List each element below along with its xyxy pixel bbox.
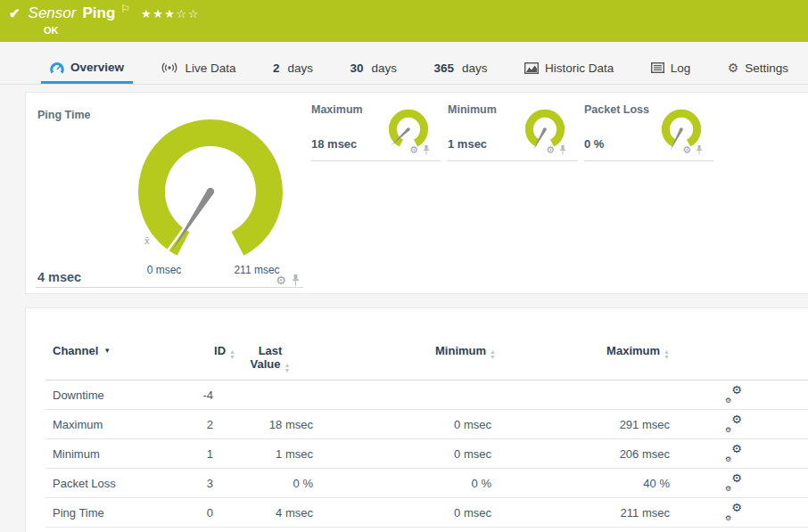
channel-name: Packet Loss [45,477,177,490]
tab-label: Overview [70,61,124,74]
channel-minimum: 0 msec [313,447,491,461]
tab-label: Log [671,61,691,75]
tab-settings[interactable]: ⚙ Settings [719,53,797,84]
gauge-title: Maximum [311,103,363,116]
tab-365-days[interactable]: 365 days [425,53,496,84]
gauge-scale-min: 0 msec [147,264,182,276]
flag-icon[interactable]: ⚐ [120,3,130,15]
channel-settings-icon[interactable]: ⚙⚙ [725,417,742,431]
packet-loss-gauge-widget: Packet Loss 0 % ⚙ [584,103,713,161]
sort-icon: ▲▼ [664,349,670,359]
gear-icon[interactable]: ⚙ [682,145,691,155]
column-label: Maximum [606,344,660,357]
gear-icon[interactable]: ⚙ [409,145,418,155]
channel-maximum: 211 msec [491,506,670,520]
sensor-header: ✔ Sensor Ping ⚐ ★★★☆☆ OK [0,0,808,42]
channel-id: 0 [177,506,213,520]
column-header-minimum[interactable]: Minimum▲▼ [305,344,496,359]
channel-maximum: 206 msec [491,447,670,461]
table-row-minimum: Minimum 1 1 msec 0 msec 206 msec ⚙⚙ [45,439,808,469]
sensor-name: Ping [82,4,115,22]
prtg-sensor-page: ✔ Sensor Ping ⚐ ★★★☆☆ OK Overview Live [0,0,808,532]
status-check-icon: ✔ [9,5,21,21]
gauge-current-value: 1 msec [448,137,487,151]
channel-last-value: 18 msec [213,418,313,431]
tab-label: Live Data [185,61,235,75]
log-icon [651,62,664,73]
column-header-id[interactable]: ID▲▼ [177,344,235,359]
column-label: Value [251,357,281,371]
table-row-maximum: Maximum 2 18 msec 0 msec 291 msec ⚙⚙ [45,410,808,439]
pin-icon[interactable] [292,274,300,286]
gear-icon[interactable]: ⚙ [546,145,555,155]
ping-time-gauge-chart [121,107,300,276]
gear-icon[interactable]: ⚙ [276,274,286,286]
column-header-maximum[interactable]: Maximum▲▼ [496,344,670,359]
channel-settings-icon[interactable]: ⚙⚙ [725,388,742,402]
tab-2-days[interactable]: 2 days [264,53,322,84]
pin-icon[interactable] [423,145,430,155]
tab-label: days [462,61,488,75]
pin-icon[interactable] [696,145,703,155]
channel-minimum: 0 msec [313,506,491,520]
channel-settings-icon[interactable]: ⚙⚙ [725,505,742,520]
tab-historic-data[interactable]: Historic Data [515,53,622,84]
table-row-packet-loss: Packet Loss 3 0 % 0 % 40 % ⚙⚙ [45,469,808,498]
channel-last-value: 0 % [213,477,313,490]
channel-maximum: 291 msec [491,418,670,431]
priority-star-rating[interactable]: ★★★☆☆ [141,7,200,20]
channel-id: 2 [177,418,213,431]
gauge-title: Packet Loss [584,103,649,116]
tab-live-data[interactable]: Live Data [152,53,244,84]
tab-30-days[interactable]: 30 days [341,53,406,84]
tab-log[interactable]: Log [642,53,700,84]
table-header-row: Channel▼ ID▲▼ Last Value▲▼ Minimum▲▼ Max… [26,344,808,372]
sort-icon: ▲▼ [284,363,291,372]
channel-last-value: 1 msec [213,447,313,461]
sort-icon: ▲▼ [229,349,235,359]
minimum-gauge-widget: Minimum 1 msec ⚙ [448,103,577,161]
column-header-channel[interactable]: Channel▼ [26,344,177,357]
channel-id: 3 [177,477,213,490]
channel-minimum: 0 % [313,477,491,490]
column-label: ID [214,344,226,357]
tab-overview[interactable]: Overview [41,53,133,84]
channel-minimum: 0 msec [313,418,491,431]
column-label: Minimum [435,344,486,357]
sensor-type-label: Sensor [29,4,77,22]
sort-desc-icon: ▼ [103,347,111,355]
gauge-scale-max: 211 msec [234,264,279,276]
channel-id: -4 [177,389,213,402]
tab-day-count: 30 [350,61,363,75]
channel-last-value: 4 msec [213,506,313,520]
channel-table-panel: Channel▼ ID▲▼ Last Value▲▼ Minimum▲▼ Max… [25,307,808,532]
tab-day-count: 2 [273,61,280,75]
average-marker: x̄ [144,235,150,246]
tab-label: Settings [745,61,788,75]
tab-day-count: 365 [433,61,454,75]
gauge-title: Ping Time [37,109,91,121]
gauges-panel: Ping Time x̄ 0 msec 211 msec 4 msec ⚙ Ma… [25,92,808,294]
channel-settings-icon[interactable]: ⚙⚙ [725,476,742,490]
channel-name: Downtime [45,389,177,402]
column-label: Channel [53,344,98,357]
tab-label: days [287,61,313,75]
table-body: Downtime -4 ⚙⚙ Maximum 2 18 msec 0 msec … [26,381,808,528]
channel-settings-icon[interactable]: ⚙⚙ [725,446,742,461]
tab-label: Historic Data [545,61,614,75]
tab-bar: Overview Live Data 2 days 30 days 365 da… [0,42,808,85]
gauge-current-value: 0 % [584,137,604,151]
channel-maximum: 40 % [491,477,670,490]
tab-label: days [371,61,397,75]
gear-icon: ⚙ [728,61,739,74]
channel-name: Maximum [45,418,177,431]
gauge-title: Minimum [448,103,497,116]
pin-icon[interactable] [559,145,566,155]
table-row-downtime: Downtime -4 ⚙⚙ [45,381,808,410]
sort-icon: ▲▼ [490,349,496,359]
area-chart-icon [524,62,539,74]
channel-name: Minimum [45,447,177,461]
ping-time-gauge-widget: Ping Time x̄ 0 msec 211 msec 4 msec ⚙ [36,100,303,288]
column-header-last-value[interactable]: Last Value▲▼ [235,344,305,372]
gauge-current-value: 4 msec [37,270,81,284]
